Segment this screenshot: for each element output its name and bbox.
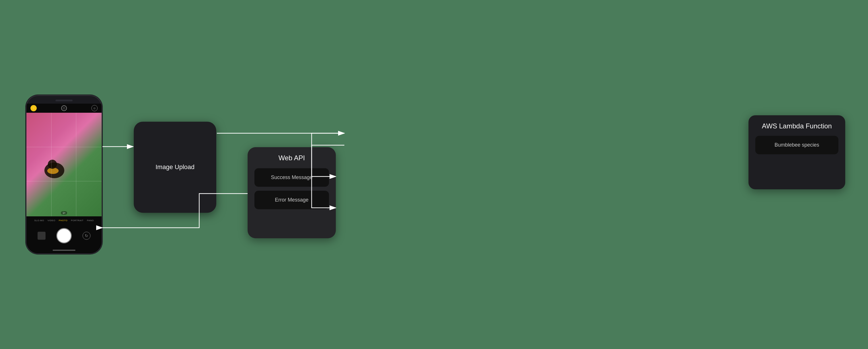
image-upload-box: Image Upload bbox=[134, 121, 216, 213]
home-indicator bbox=[27, 247, 102, 253]
image-upload-label: Image Upload bbox=[156, 164, 195, 171]
error-message-box: Error Message bbox=[254, 191, 329, 209]
bee-species-box: Bumblebee species bbox=[755, 136, 838, 154]
mode-video: VIDEO bbox=[48, 219, 55, 222]
mode-portrait: PORTRAIT bbox=[71, 219, 83, 222]
zoom-icon: ◎ bbox=[91, 105, 98, 111]
camera-mode-bar: SLO-MO VIDEO PHOTO PORTRAIT PANO bbox=[27, 216, 102, 224]
camera-top-bar: ⚡ ◎ bbox=[27, 104, 102, 113]
aws-lambda-box: AWS Lambda Function Bumblebee species bbox=[748, 115, 845, 189]
web-api-title: Web API bbox=[254, 154, 329, 162]
aws-lambda-title: AWS Lambda Function bbox=[755, 122, 838, 130]
phone-speaker bbox=[56, 99, 72, 101]
phone: ⚡ ◎ bbox=[26, 95, 102, 254]
mode-photo: PHOTO bbox=[59, 219, 67, 222]
bee-species-label: Bumblebee species bbox=[774, 142, 819, 148]
mode-pano: PANO bbox=[87, 219, 94, 222]
flash-icon: ⚡ bbox=[30, 105, 37, 111]
grid-overlay bbox=[27, 113, 102, 216]
arrows-svg bbox=[0, 0, 868, 349]
gallery-thumb bbox=[37, 232, 45, 240]
diagram-container: ⚡ ◎ bbox=[0, 0, 868, 349]
phone-notch bbox=[27, 96, 102, 104]
shutter-button[interactable] bbox=[56, 228, 72, 243]
camera-controls: ↻ bbox=[27, 224, 102, 247]
phone-wrapper: ⚡ ◎ bbox=[26, 95, 102, 254]
web-api-box: Web API Success Message Error Message bbox=[248, 147, 336, 238]
flip-button[interactable]: ↻ bbox=[83, 232, 91, 240]
home-bar bbox=[53, 250, 75, 251]
error-message-label: Error Message bbox=[275, 197, 309, 203]
camera-ui: ⚡ ◎ bbox=[27, 104, 102, 253]
mode-slomo: SLO-MO bbox=[34, 219, 44, 222]
success-message-label: Success Message bbox=[271, 175, 312, 180]
camera-viewfinder: 1× bbox=[27, 113, 102, 216]
live-icon bbox=[61, 105, 67, 111]
zoom-indicator: 1× bbox=[61, 211, 67, 215]
success-message-box: Success Message bbox=[254, 168, 329, 187]
